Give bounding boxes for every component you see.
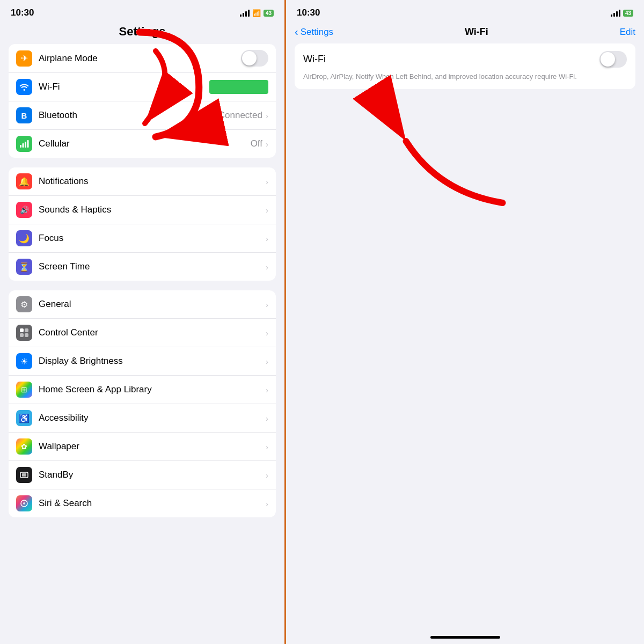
right-battery: 43 <box>623 10 633 17</box>
general-row[interactable]: ⚙ General › <box>9 290 276 319</box>
wifi-label: Wi-Fi <box>39 82 209 92</box>
wifi-card-row: Wi-Fi <box>303 51 627 68</box>
wifi-toggle[interactable] <box>599 51 627 68</box>
standby-row[interactable]: StandBy › <box>9 461 276 489</box>
standby-label: StandBy <box>39 470 266 480</box>
left-nav-bar: Settings <box>0 23 284 44</box>
left-panel: 10:30 📶 43 Settings <box>0 0 284 644</box>
controlcenter-icon <box>16 325 32 341</box>
display-label: Display & Brightness <box>39 356 266 367</box>
general-chevron: › <box>266 300 268 309</box>
svg-rect-8 <box>25 333 28 337</box>
sounds-icon: 🔊 <box>16 202 32 218</box>
svg-rect-7 <box>20 333 24 337</box>
svg-rect-3 <box>25 142 26 148</box>
back-label: Settings <box>301 27 333 38</box>
cellular-icon <box>16 136 32 152</box>
bluetooth-icon: B <box>16 107 32 123</box>
display-icon: ☀ <box>16 353 32 369</box>
wallpaper-chevron: › <box>266 442 268 451</box>
svg-rect-5 <box>20 328 24 332</box>
screentime-icon: ⏳ <box>16 259 32 275</box>
notifications-chevron: › <box>266 177 268 186</box>
accessibility-chevron: › <box>266 414 268 423</box>
wallpaper-label: Wallpaper <box>39 441 266 452</box>
screentime-row[interactable]: ⏳ Screen Time › <box>9 253 276 281</box>
notifications-icon: 🔔 <box>16 173 32 189</box>
edit-button[interactable]: Edit <box>620 27 635 38</box>
accessibility-label: Accessibility <box>39 413 266 423</box>
airplane-mode-row[interactable]: ✈ Airplane Mode <box>9 44 276 73</box>
wifi-status-icon: 📶 <box>252 9 261 17</box>
display-chevron: › <box>266 357 268 366</box>
cellular-row[interactable]: Cellular Off › <box>9 130 276 158</box>
homescreen-row[interactable]: ⊞ Home Screen & App Library › <box>9 376 276 404</box>
controlcenter-row[interactable]: Control Center › <box>9 319 276 347</box>
cellular-chevron: › <box>266 140 268 149</box>
screentime-label: Screen Time <box>39 261 266 272</box>
right-status-bar: 10:30 43 <box>286 0 644 23</box>
focus-row[interactable]: 🌙 Focus › <box>9 224 276 253</box>
cellular-value: Off <box>251 138 262 149</box>
standby-icon <box>16 467 32 483</box>
siri-label: Siri & Search <box>39 498 266 509</box>
controlcenter-chevron: › <box>266 328 268 338</box>
wifi-green-indicator <box>209 80 268 94</box>
svg-rect-6 <box>25 328 28 332</box>
notifications-label: Notifications <box>39 176 266 187</box>
right-nav-bar: ‹ Settings Wi-Fi Edit <box>286 23 644 43</box>
general-group: ⚙ General › Control Center › <box>9 290 276 517</box>
focus-icon: 🌙 <box>16 230 32 246</box>
sounds-row[interactable]: 🔊 Sounds & Haptics › <box>9 196 276 224</box>
siri-row[interactable]: Siri & Search › <box>9 489 276 517</box>
wallpaper-row[interactable]: ✿ Wallpaper › <box>9 433 276 461</box>
screentime-chevron: › <box>266 262 268 272</box>
wifi-card-label: Wi-Fi <box>303 54 326 65</box>
general-label: General <box>39 299 266 310</box>
svg-rect-2 <box>23 143 24 148</box>
sounds-chevron: › <box>266 206 268 215</box>
signal-bars-icon <box>240 10 250 17</box>
accessibility-row[interactable]: ♿ Accessibility › <box>9 404 276 433</box>
homescreen-chevron: › <box>266 385 268 394</box>
right-arrow-annotation <box>286 96 644 283</box>
display-row[interactable]: ☀ Display & Brightness › <box>9 347 276 376</box>
svg-rect-4 <box>27 140 29 148</box>
siri-chevron: › <box>266 499 268 508</box>
bluetooth-value: Not Connected <box>202 110 262 121</box>
focus-chevron: › <box>266 234 268 243</box>
left-status-bar: 10:30 📶 43 <box>0 0 284 23</box>
bluetooth-row[interactable]: B Bluetooth Not Connected › <box>9 101 276 130</box>
svg-rect-1 <box>20 145 21 148</box>
cellular-label: Cellular <box>39 138 251 149</box>
right-status-icons: 43 <box>611 10 633 17</box>
homescreen-label: Home Screen & App Library <box>39 384 266 395</box>
right-signal-icon <box>611 10 620 17</box>
wifi-row[interactable]: Wi-Fi <box>9 73 276 101</box>
home-indicator <box>430 636 500 639</box>
chevron-back-icon: ‹ <box>295 26 298 38</box>
airplane-label: Airplane Mode <box>39 53 241 64</box>
bluetooth-chevron: › <box>266 111 268 120</box>
bluetooth-label: Bluetooth <box>39 110 202 121</box>
notifications-row[interactable]: 🔔 Notifications › <box>9 167 276 196</box>
focus-label: Focus <box>39 233 266 244</box>
back-button[interactable]: ‹ Settings <box>295 26 333 38</box>
left-nav-title: Settings <box>119 25 166 39</box>
siri-icon <box>16 495 32 511</box>
left-battery: 43 <box>264 10 274 17</box>
notifications-group: 🔔 Notifications › 🔊 Sounds & Haptics › 🌙… <box>9 167 276 281</box>
airplane-icon: ✈ <box>16 50 32 67</box>
general-icon: ⚙ <box>16 296 32 312</box>
right-panel: 10:30 43 ‹ Settings Wi-Fi Edit Wi-Fi Air… <box>284 0 644 644</box>
svg-rect-10 <box>22 473 26 477</box>
right-content-area <box>286 96 644 365</box>
wifi-card: Wi-Fi AirDrop, AirPlay, Notify When Left… <box>295 43 635 89</box>
airplane-toggle[interactable] <box>241 50 268 67</box>
standby-chevron: › <box>266 471 268 480</box>
homescreen-icon: ⊞ <box>16 382 32 398</box>
left-status-icons: 📶 43 <box>240 9 274 17</box>
left-time: 10:30 <box>11 8 34 18</box>
wallpaper-icon: ✿ <box>16 438 32 455</box>
settings-list: ✈ Airplane Mode Wi-Fi B Bluet <box>0 44 284 644</box>
